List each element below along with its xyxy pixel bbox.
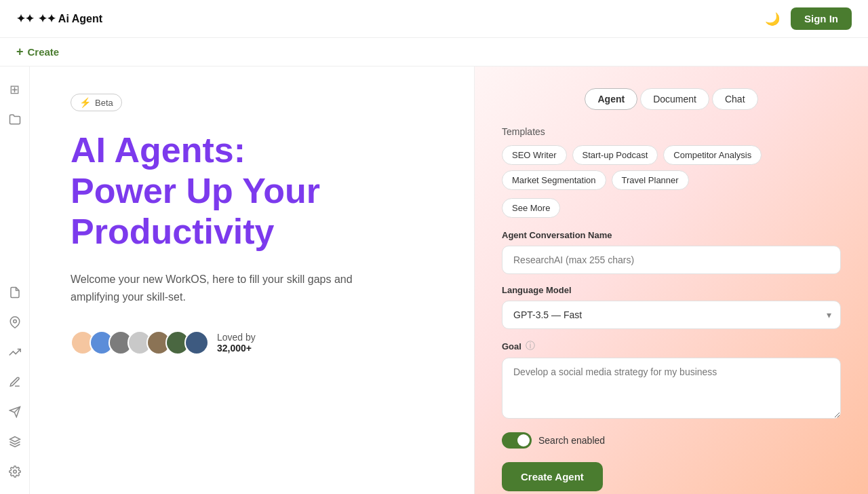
avatars [71,330,209,355]
create-label: Create [28,46,60,58]
tab-row: Agent Document Chat [502,88,841,110]
see-more-button[interactable]: See More [502,198,560,218]
sign-in-button[interactable]: Sign In [791,7,852,30]
language-model-select[interactable]: GPT-3.5 — Fast GPT-4 GPT-4 Turbo [502,301,841,329]
top-nav: ✦✦ ✦✦ Ai Agent 🌙 Sign In [0,0,868,38]
sub-nav: + Create [0,38,868,66]
loved-section: Loved by 32,000+ [71,330,433,355]
avatar [184,330,209,355]
info-icon: ⓘ [526,340,535,352]
svg-marker-3 [9,437,20,442]
conversation-name-field: Agent Conversation Name [502,230,841,274]
svg-point-0 [13,320,16,323]
search-enabled-toggle[interactable] [502,432,532,449]
sidebar-item-layers[interactable] [3,430,27,454]
hero-line-1: AI Agents: [71,130,245,170]
goal-label: Goal [502,341,521,352]
logo-text: ✦✦ Ai Agent [38,12,102,25]
template-startup-podcast[interactable]: Start-up Podcast [572,145,658,165]
beta-icon: ⚡ [79,97,91,108]
sidebar-item-send[interactable] [3,400,27,424]
sidebar-item-folder[interactable] [3,107,27,132]
sidebar-item-document[interactable] [3,280,27,305]
plus-icon: + [16,45,24,59]
beta-badge: ⚡ Beta [71,94,122,111]
sidebar: ⊞ [0,66,30,494]
svg-point-4 [13,470,16,474]
logo: ✦✦ ✦✦ Ai Agent [16,12,102,25]
beta-text: Beta [95,98,113,108]
form-section: Templates SEO Writer Start-up Podcast Co… [502,126,841,491]
sidebar-item-grid[interactable]: ⊞ [3,77,27,102]
sidebar-item-settings[interactable] [3,459,27,484]
sidebar-item-pin[interactable] [3,310,27,335]
tab-document[interactable]: Document [640,88,709,110]
sidebar-item-pen[interactable] [3,370,27,394]
hero-line-2: Power Up Your [71,171,320,210]
sidebar-item-trending[interactable] [3,340,27,364]
right-panel: Agent Document Chat Templates SEO Writer… [475,66,868,494]
template-seo-writer[interactable]: SEO Writer [502,145,567,165]
left-panel: ⚡ Beta AI Agents: Power Up Your Producti… [30,66,475,494]
main-layout: ⊞ ⚡ Beta AI Agen [0,66,868,494]
search-enabled-label: Search enabled [538,435,605,446]
goal-label-row: Goal ⓘ [502,340,841,352]
loved-by-text: Loved by 32,000+ [217,332,256,354]
conversation-name-label: Agent Conversation Name [502,230,841,240]
tab-chat[interactable]: Chat [712,88,758,110]
language-model-select-wrapper: GPT-3.5 — Fast GPT-4 GPT-4 Turbo ▾ [502,301,841,329]
toggle-knob [517,434,530,446]
templates-label: Templates [502,126,841,137]
language-model-label: Language Model [502,285,841,295]
tab-agent[interactable]: Agent [585,88,637,110]
template-travel-planner[interactable]: Travel Planner [612,170,689,190]
hero-line-3: Productivity [71,212,275,251]
hero-title: AI Agents: Power Up Your Productivity [71,130,433,252]
goal-field: Goal ⓘ [502,340,841,421]
templates-row: SEO Writer Start-up Podcast Competitor A… [502,145,841,190]
create-button[interactable]: + Create [16,45,59,59]
logo-icon: ✦✦ [16,12,34,25]
template-market-segmentation[interactable]: Market Segmentation [502,170,606,190]
template-competitor-analysis[interactable]: Competitor Analysis [663,145,762,165]
loved-count: 32,000+ [217,343,252,354]
goal-textarea[interactable] [502,358,841,419]
language-model-field: Language Model GPT-3.5 — Fast GPT-4 GPT-… [502,285,841,329]
conversation-name-input[interactable] [502,246,841,274]
create-agent-button[interactable]: Create Agent [502,462,603,491]
hero-subtitle: Welcome your new WorkOS, here to fill yo… [71,271,396,305]
search-enabled-row: Search enabled [502,432,841,449]
top-nav-right: 🌙 Sign In [765,7,852,30]
theme-toggle-button[interactable]: 🌙 [765,12,780,26]
